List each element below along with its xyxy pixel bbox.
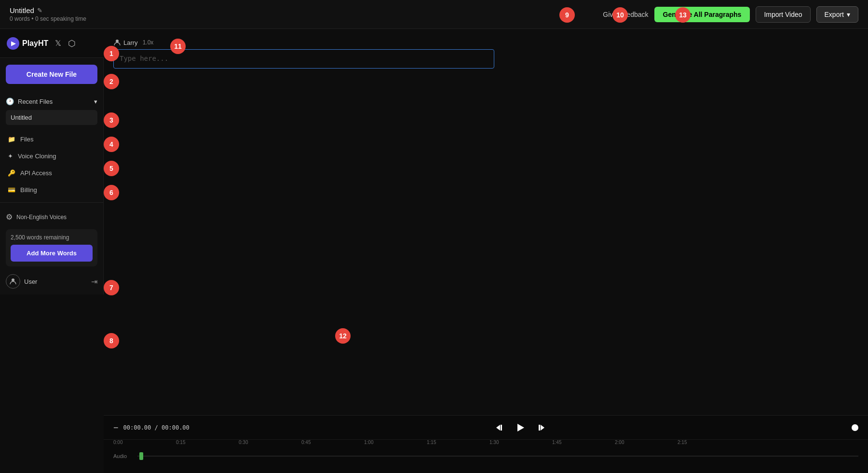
export-chevron-icon: ▾ [847,11,850,18]
play-button[interactable] [515,422,526,433]
non-english-voices[interactable]: ⚙ Non-English Voices [6,209,97,225]
paragraph-header: Larry 1.0x [113,39,858,46]
mark-5: 1:15 [427,440,436,445]
time-display: 00:00.00 / 00:00.00 [123,424,190,431]
player-controls: − 00:00.00 / 00:00.00 [104,416,868,440]
audio-track-marker [139,452,143,460]
user-name: User [24,278,37,285]
key-icon: 🔑 [8,169,15,177]
mark-2: 0:30 [239,440,248,445]
time-current: 00:00 [123,424,141,431]
voice-name-label: Larry [123,39,138,46]
sidebar-item-api-access[interactable]: 🔑 API Access [0,165,103,181]
give-feedback-button[interactable]: Give Feedback [603,11,648,18]
skip-forward-button[interactable] [536,423,545,432]
add-more-words-button[interactable]: Add More Words [11,245,93,262]
create-new-file-button[interactable]: Create New File [6,65,97,84]
svg-point-0 [12,278,14,281]
logo: ▶ PlayHT [7,37,48,50]
skip-back-button[interactable] [495,423,505,432]
sidebar-create-section: Create New File [0,58,103,91]
editor-area: Larry 1.0x [104,29,868,415]
files-label: Files [20,136,33,143]
document-title: Untitled [10,6,34,14]
recent-files-header-left: 🕐 Recent Files [6,97,53,105]
sidebar-wrapper: ▶ PlayHT 𝕏 ⬡ Create New File 🕐 Recent Fi [0,29,104,473]
audio-track-row: Audio [113,450,858,462]
sidebar-nav: 📁 Files ✦ Voice Cloning 🔑 API Access 💳 B… [0,127,103,202]
volume-control[interactable] [852,424,858,431]
user-avatar [6,274,20,289]
mark-7: 1:45 [552,440,561,445]
mark-6: 1:30 [489,440,499,445]
speed-label[interactable]: 1.0x [143,39,154,46]
paragraph-block: Larry 1.0x [113,39,858,70]
recent-files-chevron-icon: ▾ [94,98,97,105]
timeline-ruler: 0:00 0:15 0:30 0:45 1:00 1:15 1:30 1:45 … [113,440,858,450]
topbar-title-row: Untitled ✎ [10,6,86,14]
mark-9: 2:15 [678,440,687,445]
mark-4: 1:00 [364,440,373,445]
time-current-ms: .00 / [141,424,162,431]
user-row: User ⇥ [6,270,97,289]
document-meta: 0 words • 0 sec speaking time [10,15,86,22]
words-remaining-text: 2,500 words remaining [11,234,93,241]
paragraph-input[interactable] [113,49,494,69]
svg-point-1 [116,40,119,42]
voice-cloning-label: Voice Cloning [18,153,56,160]
topbar: Untitled ✎ 0 words • 0 sec speaking time… [0,0,868,29]
svg-marker-4 [517,424,524,431]
logo-bar: ▶ PlayHT 𝕏 ⬡ [0,29,104,58]
export-label: Export [825,11,844,18]
svg-rect-3 [501,425,502,431]
audio-track-label: Audio [113,453,133,459]
card-icon: 💳 [8,186,15,194]
api-access-label: API Access [20,169,52,177]
sparkle-icon: ✦ [8,153,13,160]
sidebar-item-billing[interactable]: 💳 Billing [0,181,103,198]
main-content: Larry 1.0x − 00:00.00 / 00:00.00 [104,29,868,473]
main-layout: ▶ PlayHT 𝕏 ⬡ Create New File 🕐 Recent Fi [0,29,868,473]
recent-file-item[interactable]: Untitled [6,110,97,125]
recent-files-header[interactable]: 🕐 Recent Files ▾ [6,96,97,107]
time-total-ms: .00 [179,424,190,431]
edit-icon[interactable]: ✎ [37,7,42,14]
non-english-label: Non-English Voices [16,214,67,221]
folder-icon: 📁 [8,136,15,143]
recent-files-label: Recent Files [18,98,53,105]
svg-rect-6 [539,425,540,431]
clock-icon: 🕐 [6,97,14,105]
bottom-player: − 00:00.00 / 00:00.00 [104,415,868,473]
sidebar-bottom: ⚙ Non-English Voices 2,500 words remaini… [0,202,103,294]
player-left: − 00:00.00 / 00:00.00 [113,423,190,432]
voice-selector[interactable]: Larry [113,39,138,46]
sidebar-item-files[interactable]: 📁 Files [0,131,103,148]
discord-icon[interactable]: ⬡ [68,38,76,49]
logo-name: PlayHT [22,39,48,48]
svg-marker-5 [541,425,544,431]
player-center [197,422,844,433]
export-button[interactable]: Export ▾ [816,6,858,23]
svg-marker-2 [496,425,500,431]
time-total: 00:00 [162,424,179,431]
logo-icon: ▶ [7,37,19,50]
import-video-button[interactable]: Import Video [756,6,810,23]
logout-icon[interactable]: ⇥ [91,277,97,286]
twitter-icon[interactable]: 𝕏 [55,39,61,48]
mark-0: 0:00 [113,440,122,445]
mark-3: 0:45 [301,440,311,445]
billing-label: Billing [20,186,37,194]
mark-1: 0:15 [176,440,185,445]
sidebar: Create New File 🕐 Recent Files ▾ Untitle… [0,58,104,294]
topbar-left: Untitled ✎ 0 words • 0 sec speaking time [10,6,86,22]
player-right [852,424,858,431]
sidebar-item-voice-cloning[interactable]: ✦ Voice Cloning [0,148,103,165]
audio-track-line [137,456,858,457]
generate-all-button[interactable]: Generate All Paragraphs [654,7,750,22]
translate-icon: ⚙ [6,212,13,222]
topbar-right: Give Feedback Generate All Paragraphs Im… [603,6,858,23]
mark-8: 2:00 [615,440,624,445]
words-remaining-box: 2,500 words remaining Add More Words [6,229,97,266]
minus-button[interactable]: − [113,423,119,432]
user-info: User [6,274,37,289]
